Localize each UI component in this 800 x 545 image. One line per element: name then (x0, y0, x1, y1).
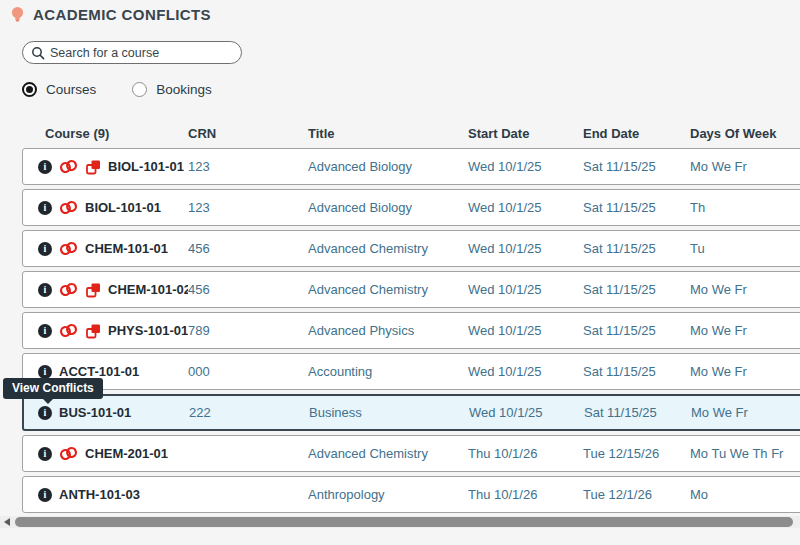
crn-value: 456 (188, 282, 308, 297)
link-icon (59, 241, 78, 256)
radio-courses[interactable]: Courses (22, 82, 96, 97)
search-box[interactable] (22, 41, 242, 64)
course-title: Advanced Biology (308, 159, 468, 174)
radio-courses-label: Courses (46, 82, 96, 97)
link-icon (59, 323, 78, 338)
crn-value: 456 (188, 241, 308, 256)
course-title: Advanced Chemistry (308, 282, 468, 297)
end-date: Sat 11/15/25 (583, 200, 690, 215)
end-date: Tue 12/1/26 (583, 487, 690, 502)
table-row[interactable]: i ACCT-101-01 000 Accounting Wed 10/1/25… (22, 353, 800, 390)
search-input[interactable] (50, 46, 233, 60)
course-title: Anthropology (308, 487, 468, 502)
link-icon (59, 200, 78, 215)
table-row[interactable]: i CHEM-101-02 456 (22, 271, 800, 308)
course-cell: i ACCT-101-01 (23, 364, 188, 379)
course-cell: i BIOL-101-01 (23, 159, 188, 175)
column-header-end: End Date (583, 126, 690, 141)
course-title: Advanced Chemistry (308, 446, 468, 461)
start-date: Wed 10/1/25 (468, 241, 583, 256)
course-cell: i CHEM-101-01 (23, 241, 188, 256)
end-date: Sat 11/15/25 (583, 364, 690, 379)
info-icon[interactable]: i (38, 365, 52, 379)
search-icon (31, 46, 45, 60)
table-row[interactable]: i BIOL-101-01 123 (22, 148, 800, 185)
course-title: Accounting (308, 364, 468, 379)
info-icon[interactable]: i (38, 242, 52, 256)
course-cell: i PHYS-101-01 (23, 323, 188, 339)
end-date: Sat 11/15/25 (583, 241, 690, 256)
course-code: ACCT-101-01 (59, 364, 139, 379)
start-date: Wed 10/1/25 (469, 405, 584, 420)
days-of-week: Mo (690, 487, 800, 502)
link-icon (59, 159, 78, 174)
table-row[interactable]: i CHEM-101-01 456 Advanced Chemistry Wed… (22, 230, 800, 267)
scrollbar-thumb[interactable] (15, 517, 793, 527)
column-header-crn: CRN (188, 126, 308, 141)
radio-bookings[interactable]: Bookings (132, 82, 212, 97)
column-header-days: Days Of Week (690, 126, 800, 141)
info-icon[interactable]: i (38, 283, 52, 297)
end-date: Sat 11/15/25 (583, 282, 690, 297)
course-code: BIOL-101-01 (108, 159, 184, 174)
crn-value: 123 (188, 200, 308, 215)
days-of-week: Mo We Fr (690, 282, 800, 297)
radio-bookings-control[interactable] (132, 82, 147, 97)
crn-value: 222 (189, 405, 309, 420)
start-date: Wed 10/1/25 (468, 364, 583, 379)
view-filter-radio-group: Courses Bookings (22, 82, 212, 97)
start-date: Wed 10/1/25 (468, 282, 583, 297)
column-header-start: Start Date (468, 126, 583, 141)
page-header: ACADEMIC CONFLICTS (10, 6, 211, 23)
course-cell: i ANTH-101-03 (23, 487, 188, 502)
start-date: Thu 10/1/26 (468, 487, 583, 502)
table-header: Course (9) CRN Title Start Date End Date… (22, 124, 800, 142)
course-cell: i CHEM-101-02 (23, 282, 188, 298)
info-icon[interactable]: i (38, 160, 52, 174)
course-code: BIOL-101-01 (85, 200, 161, 215)
copy-icon (85, 323, 101, 339)
radio-courses-control[interactable] (22, 82, 37, 97)
end-date: Tue 12/15/26 (583, 446, 690, 461)
start-date: Wed 10/1/25 (468, 200, 583, 215)
days-of-week: Tu (690, 241, 800, 256)
table-row[interactable]: i PHYS-101-01 789 (22, 312, 800, 349)
course-title: Business (309, 405, 469, 420)
scroll-left-arrow-icon[interactable] (4, 518, 10, 526)
days-of-week: Th (690, 200, 800, 215)
course-title: Advanced Biology (308, 200, 468, 215)
page-title: ACADEMIC CONFLICTS (33, 6, 211, 23)
start-date: Wed 10/1/25 (468, 323, 583, 338)
info-icon[interactable]: i (38, 324, 52, 338)
crn-value: 123 (188, 159, 308, 174)
horizontal-scrollbar[interactable] (0, 516, 800, 528)
table-row[interactable]: i CHEM-201-01 Advanced Chemistry Thu 10/… (22, 435, 800, 472)
radio-bookings-label: Bookings (156, 82, 212, 97)
days-of-week: Mo We Fr (690, 159, 800, 174)
table-row[interactable]: i ANTH-101-03 Anthropology Thu 10/1/26 T… (22, 476, 800, 513)
column-header-course: Course (9) (22, 126, 188, 141)
course-code: PHYS-101-01 (108, 323, 188, 338)
link-icon (59, 446, 78, 461)
link-icon (59, 282, 78, 297)
days-of-week: Mo We Fr (690, 323, 800, 338)
course-code: CHEM-101-01 (85, 241, 168, 256)
course-title: Advanced Physics (308, 323, 468, 338)
end-date: Sat 11/15/25 (583, 323, 690, 338)
info-icon[interactable]: i (38, 447, 52, 461)
end-date: Sat 11/15/25 (583, 159, 690, 174)
info-icon[interactable]: i (38, 488, 52, 502)
info-icon[interactable]: i (38, 201, 52, 215)
days-of-week: Mo Tu We Th Fr (690, 446, 800, 461)
course-cell: i CHEM-201-01 (23, 446, 188, 461)
crn-value: 000 (188, 364, 308, 379)
crn-value: 789 (188, 323, 308, 338)
table-row[interactable]: i BIOL-101-01 123 Advanced Biology Wed 1… (22, 189, 800, 226)
table-row[interactable]: i BUS-101-01 222 Business Wed 10/1/25 Sa… (22, 394, 800, 431)
course-code: BUS-101-01 (59, 405, 131, 420)
course-cell: i BIOL-101-01 (23, 200, 188, 215)
course-title: Advanced Chemistry (308, 241, 468, 256)
start-date: Thu 10/1/26 (468, 446, 583, 461)
end-date: Sat 11/15/25 (584, 405, 691, 420)
course-code: CHEM-101-02 (108, 282, 188, 297)
